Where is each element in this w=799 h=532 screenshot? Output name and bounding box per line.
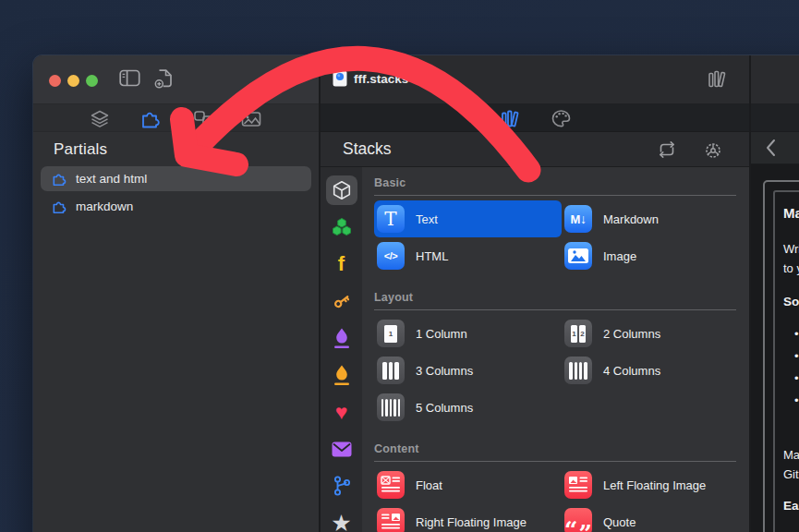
- section-content: Content Float: [374, 442, 736, 532]
- stack-item-float[interactable]: Float: [374, 466, 562, 503]
- stack-item-markdown[interactable]: M↓ Markdown: [562, 200, 736, 237]
- key-icon: [331, 290, 353, 312]
- preview-paragraph: Mark GitH: [783, 445, 799, 484]
- library-icon[interactable]: [708, 69, 729, 89]
- stack-item-label: Markdown: [603, 212, 659, 226]
- facebook-f-icon: f: [338, 254, 345, 274]
- quote-stack-icon: “”: [564, 508, 592, 532]
- markdown-content-box: Mar Writi to yo Som • • • •: [773, 190, 799, 532]
- edit-preview-pane: Mar Writi to yo Som • • • •: [751, 55, 799, 532]
- minimize-window-button[interactable]: [67, 75, 79, 87]
- stack-item-label: Text: [416, 212, 438, 226]
- preview-bullet-list: • • • •: [783, 323, 799, 412]
- section-title: Content: [374, 442, 736, 455]
- preview-titlebar: [751, 55, 799, 103]
- desktop-background: Partials text and html markdown fff.stac: [0, 0, 799, 532]
- library-tab-icon[interactable]: [499, 107, 523, 129]
- icon-glyph: 1: [572, 330, 575, 338]
- icon-glyph: 2: [580, 330, 584, 338]
- stack-item-1-column[interactable]: 1 1 Column: [374, 315, 562, 352]
- right-floating-image-icon: [377, 508, 405, 532]
- stack-item-label: 5 Columns: [416, 401, 473, 415]
- stack-item-label: 4 Columns: [603, 364, 660, 378]
- stack-item-quote[interactable]: “” Quote: [562, 503, 736, 532]
- partial-item-label: markdown: [76, 200, 133, 213]
- group-git[interactable]: [321, 467, 362, 504]
- stack-item-5-columns[interactable]: 5 Columns: [374, 389, 562, 426]
- stacks-list: Basic T Text M↓ Markdown: [362, 167, 749, 532]
- bullet-item: •: [783, 323, 799, 345]
- preview-header: [751, 132, 799, 164]
- stack-item-image[interactable]: Image: [562, 237, 736, 274]
- preview-subheading: Easy: [783, 499, 799, 513]
- stack-item-3-columns[interactable]: 3 Columns: [374, 352, 562, 389]
- stacks-header: Stacks: [321, 132, 749, 167]
- bullet-item: •: [783, 345, 799, 368]
- stacks-content: f ♥: [321, 167, 749, 532]
- section-title: Basic: [374, 176, 736, 189]
- three-columns-icon: [377, 357, 405, 384]
- settings-gear-icon[interactable]: [702, 139, 724, 162]
- preview-line: Mark: [783, 448, 799, 462]
- group-flame-purple[interactable]: [321, 320, 362, 357]
- group-api-key[interactable]: [321, 283, 362, 320]
- group-all-stacks[interactable]: [321, 172, 362, 209]
- document-icon: [333, 70, 347, 87]
- media-tab-icon[interactable]: [239, 108, 263, 130]
- layers-tab-icon[interactable]: [88, 108, 112, 130]
- left-floating-image-icon: [564, 471, 592, 499]
- bullet-item: •: [783, 368, 799, 390]
- partial-item-text-and-html[interactable]: text and html: [41, 166, 311, 191]
- section-grid: Float Left Floating Image: [374, 466, 736, 532]
- puzzle-icon: [52, 200, 67, 214]
- main-tab-bar: [321, 103, 749, 132]
- toggle-sidebar-icon[interactable]: [119, 69, 140, 87]
- stack-item-text[interactable]: T Text: [374, 200, 562, 237]
- star-icon: ★: [331, 512, 351, 532]
- sidebar-toolbar: [33, 55, 319, 103]
- palette-tab-icon[interactable]: [549, 107, 573, 129]
- stack-item-left-floating-image[interactable]: Left Floating Image: [562, 466, 736, 503]
- preview-tab-bar: [751, 103, 799, 132]
- stack-item-4-columns[interactable]: 4 Columns: [562, 352, 736, 389]
- group-flame-orange[interactable]: [321, 357, 362, 393]
- templates-tab-icon[interactable]: [192, 108, 216, 130]
- partials-list: text and html markdown: [33, 166, 319, 532]
- document-title: fff.stacks: [354, 72, 408, 86]
- stack-item-2-columns[interactable]: 12 2 Columns: [562, 315, 736, 352]
- group-favorites[interactable]: ♥: [321, 393, 362, 430]
- bullet-item: •: [783, 390, 799, 412]
- close-window-button[interactable]: [49, 75, 61, 87]
- selected-stack-outline[interactable]: Mar Writi to yo Som • • • •: [763, 180, 799, 532]
- preview-line: to yo: [783, 261, 799, 275]
- stack-item-right-floating-image[interactable]: Right Floating Image: [374, 503, 562, 532]
- stack-item-html[interactable]: </> HTML: [374, 237, 562, 274]
- back-chevron-icon[interactable]: [764, 138, 777, 158]
- section-divider: [374, 309, 736, 310]
- new-document-icon[interactable]: [154, 69, 175, 89]
- section-basic: Basic T Text M↓ Markdown: [374, 176, 736, 274]
- stack-item-label: Image: [603, 249, 636, 263]
- stack-item-label: 3 Columns: [416, 364, 473, 378]
- document-titlebar: fff.stacks: [321, 55, 749, 103]
- text-stack-icon: T: [377, 205, 405, 233]
- group-starred[interactable]: ★: [321, 504, 362, 532]
- icon-glyph: M: [571, 212, 580, 226]
- document-title-group: fff.stacks: [333, 70, 408, 87]
- group-addons[interactable]: [321, 209, 362, 246]
- group-mail[interactable]: [321, 430, 362, 467]
- zoom-window-button[interactable]: [86, 75, 98, 87]
- group-facebook[interactable]: f: [321, 246, 362, 283]
- preview-heading: Mar: [783, 205, 799, 221]
- green-cubes-icon: [331, 216, 353, 238]
- sidebar: Partials text and html markdown: [33, 55, 319, 532]
- section-grid: 1 1 Column 12 2 Columns 3 Columns: [374, 315, 736, 426]
- partial-item-markdown[interactable]: markdown: [41, 194, 311, 219]
- preview-bullet-list: • •: [783, 526, 799, 532]
- library-group-strip: f ♥: [321, 167, 362, 532]
- stack-item-label: 1 Column: [416, 327, 467, 341]
- git-branch-icon: [332, 475, 352, 497]
- sync-icon[interactable]: [656, 139, 678, 160]
- partials-tab-icon[interactable]: [139, 108, 163, 130]
- stack-item-label: Right Floating Image: [416, 515, 527, 529]
